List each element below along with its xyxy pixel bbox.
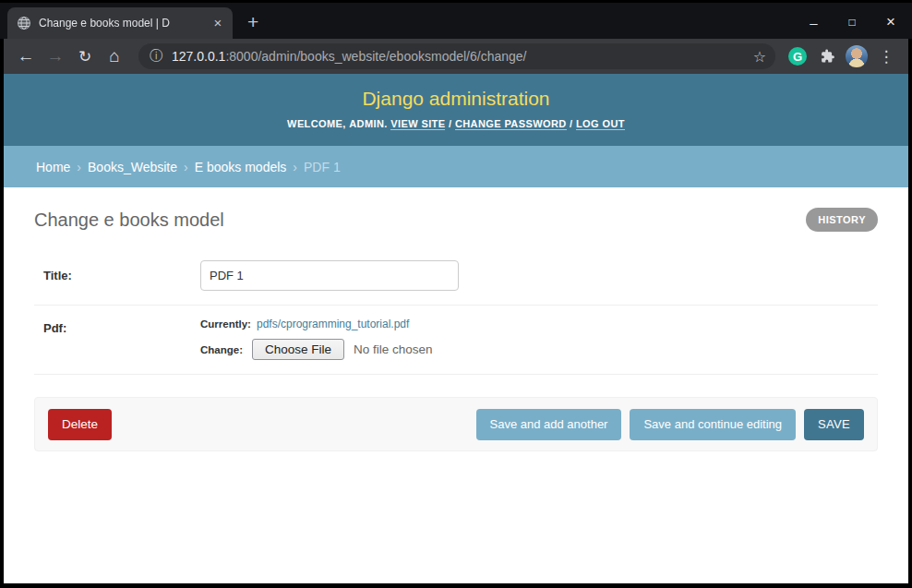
globe-favicon-icon bbox=[17, 16, 31, 30]
new-tab-button[interactable]: + bbox=[247, 11, 258, 33]
pdf-label: Pdf: bbox=[43, 318, 200, 360]
welcome-text: WELCOME, bbox=[287, 118, 346, 129]
log-out-link[interactable]: LOG OUT bbox=[576, 118, 625, 130]
breadcrumb-separator: › bbox=[293, 160, 297, 174]
breadcrumb-ebooks-models[interactable]: E books models bbox=[195, 160, 287, 174]
main-content: Change e books model HISTORY Title: Pdf:… bbox=[4, 187, 908, 583]
breadcrumb-home[interactable]: Home bbox=[36, 160, 70, 174]
tab-close-icon[interactable]: × bbox=[210, 16, 225, 30]
currently-label: Currently: bbox=[200, 318, 251, 330]
breadcrumb-books-website[interactable]: Books_Website bbox=[88, 160, 177, 174]
tab-strip: Change e books model | D × + – □ × bbox=[0, 0, 912, 39]
user-tools: WELCOME, ADMIN. VIEW SITE / CHANGE PASSW… bbox=[4, 118, 908, 129]
breadcrumb-separator: › bbox=[184, 160, 188, 174]
title-label: Title: bbox=[43, 260, 200, 291]
submit-row: Delete Save and add another Save and con… bbox=[34, 397, 878, 451]
bookmark-star-icon[interactable]: ☆ bbox=[753, 48, 766, 66]
site-title[interactable]: Django administration bbox=[4, 88, 908, 110]
breadcrumb-separator: › bbox=[77, 160, 81, 174]
maximize-button[interactable]: □ bbox=[844, 16, 860, 29]
window-controls: – □ × bbox=[805, 3, 899, 42]
current-file-link[interactable]: pdfs/cprogramming_tutorial.pdf bbox=[257, 318, 409, 330]
change-form: Title: Pdf: Currently: pdfs/cprogramming… bbox=[34, 248, 878, 451]
change-password-link[interactable]: CHANGE PASSWORD bbox=[455, 118, 567, 130]
url-host: 127.0.0.1 bbox=[172, 49, 225, 64]
site-info-icon[interactable]: ⓘ bbox=[150, 48, 162, 65]
save-button[interactable]: SAVE bbox=[804, 409, 864, 440]
choose-file-button[interactable]: Choose File bbox=[252, 339, 344, 360]
pdf-form-row: Pdf: Currently: pdfs/cprogramming_tutori… bbox=[34, 306, 878, 375]
history-button[interactable]: HISTORY bbox=[806, 208, 878, 232]
grammarly-extension-icon[interactable]: G bbox=[785, 43, 810, 69]
view-site-link[interactable]: VIEW SITE bbox=[390, 118, 445, 130]
link-separator: / bbox=[570, 118, 572, 129]
save-and-continue-button[interactable]: Save and continue editing bbox=[630, 409, 796, 440]
browser-toolbar: ← → ↻ ⌂ ⓘ 127.0.0.1:8000/admin/books_web… bbox=[4, 39, 908, 74]
reload-icon[interactable]: ↻ bbox=[72, 43, 98, 69]
title-form-row: Title: bbox=[34, 248, 878, 306]
django-admin-page: Django administration WELCOME, ADMIN. VI… bbox=[4, 74, 908, 583]
url-path: :8000/admin/books_website/ebooksmodel/6/… bbox=[225, 49, 526, 64]
tab-title: Change e books model | D bbox=[39, 17, 203, 30]
page-title: Change e books model bbox=[34, 210, 224, 231]
extensions-puzzle-icon[interactable] bbox=[814, 43, 840, 69]
profile-avatar[interactable] bbox=[844, 43, 870, 69]
url-text[interactable]: 127.0.0.1:8000/admin/books_website/ebook… bbox=[172, 49, 744, 64]
username: ADMIN. bbox=[349, 118, 388, 129]
admin-header: Django administration WELCOME, ADMIN. VI… bbox=[4, 74, 908, 146]
breadcrumb-current: PDF 1 bbox=[304, 160, 341, 174]
browser-tab[interactable]: Change e books model | D × bbox=[7, 7, 233, 39]
save-and-add-button[interactable]: Save and add another bbox=[476, 409, 622, 440]
close-window-button[interactable]: × bbox=[882, 13, 899, 31]
file-chosen-status: No file chosen bbox=[354, 342, 433, 356]
forward-icon[interactable]: → bbox=[42, 43, 68, 69]
minimize-button[interactable]: – bbox=[805, 15, 822, 30]
link-separator: / bbox=[449, 118, 451, 129]
home-icon[interactable]: ⌂ bbox=[102, 43, 127, 69]
delete-button[interactable]: Delete bbox=[48, 409, 112, 440]
change-label: Change: bbox=[200, 344, 243, 355]
title-input[interactable] bbox=[200, 260, 459, 291]
address-bar[interactable]: ⓘ 127.0.0.1:8000/admin/books_website/ebo… bbox=[138, 43, 775, 69]
back-icon[interactable]: ← bbox=[13, 43, 39, 69]
browser-menu-icon[interactable]: ⋮ bbox=[873, 43, 899, 69]
breadcrumb: Home › Books_Website › E books models › … bbox=[4, 146, 908, 187]
